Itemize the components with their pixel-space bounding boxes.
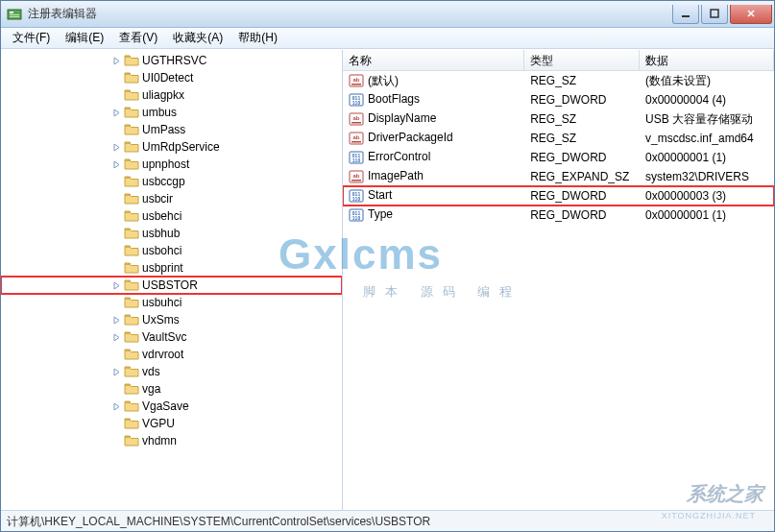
value-row-start[interactable]: 011110StartREG_DWORD0x00000003 (3) xyxy=(343,186,774,206)
string-value-icon: ab xyxy=(349,169,364,184)
value-data-cell: 0x00000004 (4) xyxy=(640,93,774,107)
column-header-data[interactable]: 数据 xyxy=(640,50,774,70)
value-name: DisplayName xyxy=(368,111,436,125)
expander-icon[interactable] xyxy=(110,314,122,326)
minimize-button[interactable] xyxy=(672,5,699,24)
expander-icon[interactable] xyxy=(110,279,122,291)
tree-node-vaultsvc[interactable]: VaultSvc xyxy=(1,328,342,346)
tree-node-uliagpkx[interactable]: uliagpkx xyxy=(1,86,342,104)
binary-value-icon: 011110 xyxy=(349,207,364,223)
tree-node-usbstor[interactable]: USBSTOR xyxy=(1,277,342,294)
value-row-bootflags[interactable]: 011110BootFlagsREG_DWORD0x00000004 (4) xyxy=(343,90,774,109)
string-value-icon: ab xyxy=(349,73,364,88)
expander-icon[interactable] xyxy=(110,158,122,170)
folder-icon xyxy=(124,278,139,292)
folder-icon xyxy=(124,244,139,257)
menu-edit[interactable]: 编辑(E) xyxy=(58,28,111,48)
tree-node-vga[interactable]: vga xyxy=(1,380,342,398)
binary-value-icon: 011110 xyxy=(349,150,364,165)
tree-node-usbehci[interactable]: usbehci xyxy=(1,207,342,225)
menu-favorites[interactable]: 收藏夹(A) xyxy=(165,28,230,48)
expander-icon xyxy=(110,245,122,256)
tree-node-vgpu[interactable]: VGPU xyxy=(1,415,342,432)
tree-node-umpass[interactable]: UmPass xyxy=(1,121,342,138)
tree-node-label: usbcir xyxy=(142,192,173,206)
svg-rect-1 xyxy=(10,12,13,13)
value-name: Start xyxy=(368,188,392,202)
menubar: 文件(F) 编辑(E) 查看(V) 收藏夹(A) 帮助(H) xyxy=(1,28,774,49)
expander-icon xyxy=(110,435,122,447)
expander-icon[interactable] xyxy=(110,366,122,377)
tree-node-label: usbuhci xyxy=(142,296,182,309)
tree-node-usbuhci[interactable]: usbuhci xyxy=(1,294,342,311)
binary-value-icon: 011110 xyxy=(349,188,364,204)
expander-icon[interactable] xyxy=(110,107,122,118)
column-header-name[interactable]: 名称 xyxy=(343,50,524,70)
maximize-button[interactable] xyxy=(701,5,728,24)
tree-node-vhdmn[interactable]: vhdmn xyxy=(1,432,342,449)
tree-node-label: VaultSvc xyxy=(142,330,186,344)
expander-icon xyxy=(110,349,122,360)
svg-text:ab: ab xyxy=(352,173,359,179)
svg-rect-10 xyxy=(351,84,361,85)
tree-node-umbus[interactable]: umbus xyxy=(1,104,342,121)
tree-node-label: UmPass xyxy=(142,123,185,136)
tree-node-usbohci[interactable]: usbohci xyxy=(1,242,342,259)
folder-icon xyxy=(124,209,139,223)
close-button[interactable] xyxy=(730,5,772,24)
binary-value-icon: 011110 xyxy=(349,92,364,108)
expander-icon xyxy=(110,418,122,429)
expander-icon[interactable] xyxy=(110,141,122,153)
value-row-imagepath[interactable]: abImagePathREG_EXPAND_SZsystem32\DRIVERS xyxy=(343,167,774,186)
tree-node-ui0detect[interactable]: UI0Detect xyxy=(1,69,342,86)
value-type-cell: REG_DWORD xyxy=(524,189,640,203)
value-row-displayname[interactable]: abDisplayNameREG_SZUSB 大容量存储驱动 xyxy=(343,109,774,129)
tree-node-usbccgp[interactable]: usbccgp xyxy=(1,173,342,190)
expander-icon[interactable] xyxy=(110,55,122,66)
tree-node-uxsms[interactable]: UxSms xyxy=(1,311,342,328)
value-row-type[interactable]: 011110TypeREG_DWORD0x00000001 (1) xyxy=(343,206,774,225)
value-name: Type xyxy=(368,207,393,221)
value-name: ErrorControl xyxy=(368,150,430,163)
tree-node-usbprint[interactable]: usbprint xyxy=(1,259,342,277)
tree-node-label: UI0Detect xyxy=(142,71,193,85)
tree-node-vdrvroot[interactable]: vdrvroot xyxy=(1,346,342,363)
app-icon xyxy=(7,7,22,22)
folder-icon xyxy=(124,192,139,206)
expander-icon[interactable] xyxy=(110,331,122,343)
expander-icon xyxy=(110,193,122,205)
tree-pane[interactable]: UGTHRSVCUI0DetectuliagpkxumbusUmPassUmRd… xyxy=(1,50,343,510)
tree-node-usbcir[interactable]: usbcir xyxy=(1,190,342,207)
menu-file[interactable]: 文件(F) xyxy=(5,28,58,48)
tree-node-vgasave[interactable]: VgaSave xyxy=(1,398,342,415)
value-name: BootFlags xyxy=(368,92,420,106)
tree-node-vds[interactable]: vds xyxy=(1,363,342,380)
value-row-driverpackageid[interactable]: abDriverPackageIdREG_SZv_mscdsc.inf_amd6… xyxy=(343,129,774,148)
svg-rect-25 xyxy=(351,180,361,181)
value-type-cell: REG_EXPAND_SZ xyxy=(524,170,640,183)
tree-node-usbhub[interactable]: usbhub xyxy=(1,225,342,242)
folder-icon xyxy=(124,313,139,326)
list-pane[interactable]: 名称 类型 数据 ab(默认)REG_SZ(数值未设置)011110BootFl… xyxy=(343,50,774,510)
tree-node-label: usbohci xyxy=(142,244,182,257)
menu-view[interactable]: 查看(V) xyxy=(111,28,165,48)
value-row-errorcontrol[interactable]: 011110ErrorControlREG_DWORD0x00000001 (1… xyxy=(343,148,774,167)
tree-node-umrdpservice[interactable]: UmRdpService xyxy=(1,138,342,156)
value-name-cell: 011110BootFlags xyxy=(343,92,524,108)
tree-node-upnphost[interactable]: upnphost xyxy=(1,156,342,173)
tree-node-label: usbprint xyxy=(142,261,183,275)
expander-icon xyxy=(110,228,122,239)
value-type-cell: REG_DWORD xyxy=(524,151,640,164)
expander-icon[interactable] xyxy=(110,400,122,412)
value-type-cell: REG_DWORD xyxy=(524,93,640,107)
tree-node-label: VgaSave xyxy=(142,399,189,413)
registry-tree: UGTHRSVCUI0DetectuliagpkxumbusUmPassUmRd… xyxy=(1,50,342,451)
tree-node-ugthrsvc[interactable]: UGTHRSVC xyxy=(1,52,342,69)
value-row-默认[interactable]: ab(默认)REG_SZ(数值未设置) xyxy=(343,71,774,90)
column-header-type[interactable]: 类型 xyxy=(524,50,640,70)
menu-help[interactable]: 帮助(H) xyxy=(230,28,285,48)
value-name: (默认) xyxy=(368,74,399,87)
tree-node-label: vdrvroot xyxy=(142,348,183,361)
titlebar[interactable]: 注册表编辑器 xyxy=(1,1,774,28)
value-data-cell: system32\DRIVERS xyxy=(640,170,774,183)
